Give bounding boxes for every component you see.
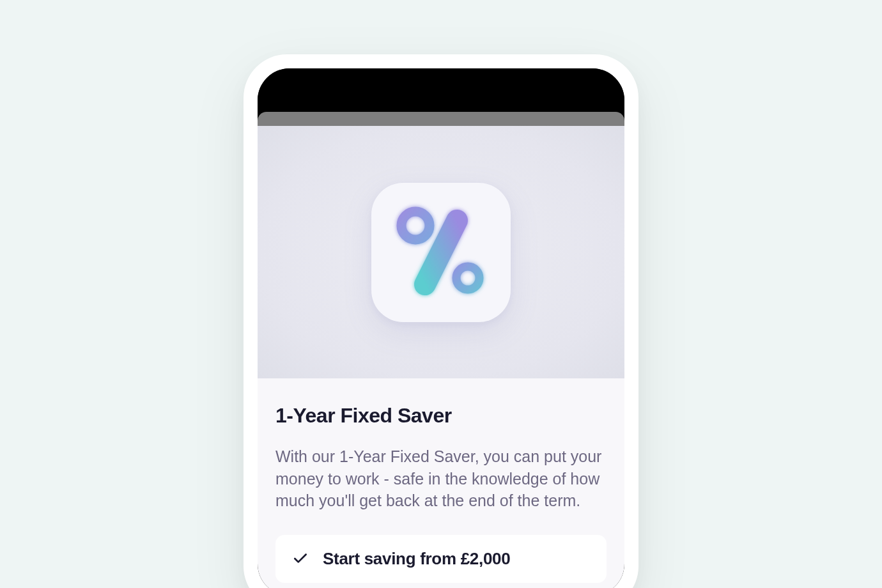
svg-point-2 [456,267,479,290]
hero-icon-tile [371,183,511,322]
svg-point-1 [401,212,429,240]
phone-screen: 1-Year Fixed Saver With our 1-Year Fixed… [258,68,624,588]
checkmark-icon [292,550,309,567]
background-layer-strip [258,112,624,126]
product-content-area[interactable]: 1-Year Fixed Saver With our 1-Year Fixed… [258,378,624,588]
phone-device-frame: 1-Year Fixed Saver With our 1-Year Fixed… [244,54,638,588]
product-description: With our 1-Year Fixed Saver, you can put… [275,445,607,512]
feature-card: Start saving from £2,000 [275,535,607,583]
product-hero-panel [258,126,624,378]
product-title: 1-Year Fixed Saver [275,404,607,428]
phone-status-bar [258,68,624,112]
feature-label: Start saving from £2,000 [323,549,510,569]
percent-icon [390,201,492,304]
